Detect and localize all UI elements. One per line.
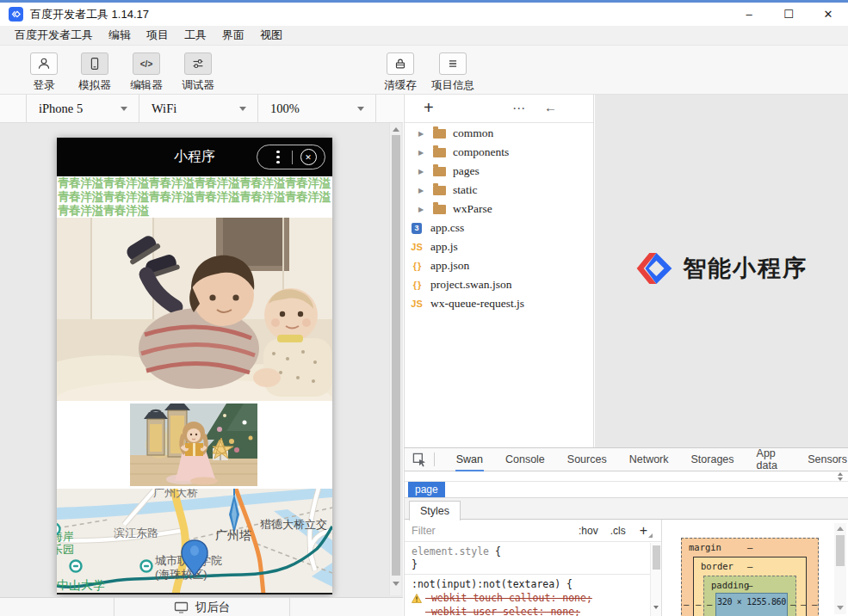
close-circle-icon[interactable]: ✕ [300, 149, 317, 165]
tree-more-button[interactable]: ⋯ [512, 101, 526, 116]
json-file-icon: { } [413, 261, 421, 271]
expand-arrow-icon[interactable]: ▶ [418, 149, 427, 157]
tabbar-divider [434, 453, 435, 466]
css-property-user-select[interactable]: -webkit-user-select: none; [425, 606, 580, 616]
add-file-button[interactable]: + [424, 98, 434, 118]
expand-arrow-icon[interactable]: ▶ [418, 168, 427, 176]
editor-label: 编辑器 [121, 78, 172, 93]
list-icon [445, 56, 461, 71]
marquee-text: 青春洋溢青春洋溢青春洋溢青春洋溢青春洋溢青春洋溢青春洋溢青春洋溢青春洋溢青春洋溢… [57, 176, 332, 218]
brace: } [412, 558, 418, 570]
minimize-button[interactable]: – [729, 3, 769, 26]
tab-sensors[interactable]: Sensors [807, 448, 848, 471]
phone-icon [87, 56, 102, 71]
tab-appdata[interactable]: App data [756, 448, 787, 471]
file-name: app.json [430, 259, 469, 273]
tab-swan[interactable]: Swan [455, 448, 484, 471]
close-button[interactable]: ✕ [808, 3, 848, 26]
styles-pane: :hov .cls + element.style { } :not(input… [405, 520, 662, 616]
rule-not-input[interactable]: :not(input):not(textarea) { -webkit-touc… [405, 575, 661, 616]
scroll-up-arrow[interactable] [837, 527, 844, 531]
scroll-down-arrow[interactable] [837, 606, 844, 610]
selector[interactable]: element.style [412, 545, 489, 557]
styles-scrollbar[interactable] [650, 543, 661, 616]
tree-file-appjson[interactable]: { } app.json [405, 256, 593, 275]
toggle-hover-state-button[interactable]: :hov [579, 525, 598, 537]
scroll-up-arrow[interactable] [393, 127, 399, 132]
tree-file-appcss[interactable]: 3 app.css [405, 219, 593, 237]
expand-arrow-icon[interactable]: ▶ [418, 130, 427, 138]
inspect-element-button[interactable] [412, 451, 427, 468]
styles-tabbar: Styles [405, 497, 848, 520]
project-info-button[interactable] [439, 52, 467, 75]
breadcrumb-page[interactable]: page [408, 482, 445, 497]
new-style-rule-button[interactable]: + [640, 523, 647, 539]
map-view[interactable]: 广州大桥 滨江东路 猎德大桥立交 广州塔 海岸 乐园 城市职业学院 (海珠校区)… [57, 489, 332, 594]
tab-sources[interactable]: Sources [566, 448, 608, 471]
capsule-menu: ✕ [257, 145, 325, 169]
folder-name: wxParse [453, 202, 492, 216]
scrollbar-thumb[interactable] [392, 135, 400, 576]
zoom-select[interactable]: 100% [258, 95, 376, 122]
tree-file-projectswanjson[interactable]: { } project.swan.json [405, 275, 593, 294]
folder-icon [433, 167, 446, 176]
debugger-button[interactable] [184, 52, 212, 75]
scroll-up-arrow[interactable] [838, 472, 843, 476]
simulator-scrollbar[interactable] [389, 123, 401, 595]
styles-filter-row: :hov .cls + [405, 520, 661, 542]
tree-folder-components[interactable]: ▶ components [405, 143, 593, 162]
tree-collapse-button[interactable]: ← [544, 100, 557, 114]
menu-app[interactable]: 百度开发者工具 [7, 28, 101, 43]
elements-tree[interactable]: …<page> == $0 [405, 471, 835, 481]
editor-button[interactable]: </> [133, 52, 160, 75]
login-button[interactable] [30, 52, 58, 75]
network-select[interactable]: WiFi [139, 95, 258, 122]
tree-folder-wxparse[interactable]: ▶ wxParse [405, 200, 593, 219]
padding-top-value: – [747, 580, 752, 590]
menu-interface[interactable]: 界面 [214, 28, 252, 43]
clear-cache-button[interactable] [387, 52, 414, 75]
menu-view[interactable]: 视图 [252, 28, 290, 43]
expand-arrow-icon[interactable]: ▶ [418, 206, 427, 213]
maximize-button[interactable]: ☐ [769, 3, 808, 26]
more-dots-icon[interactable] [276, 156, 280, 159]
menu-project[interactable]: 项目 [139, 28, 176, 43]
simulator-label: 模拟器 [69, 78, 121, 93]
elements-scrollbar[interactable] [838, 472, 843, 481]
menu-tools[interactable]: 工具 [176, 28, 214, 43]
tab-console[interactable]: Console [504, 448, 546, 471]
scroll-down-arrow[interactable] [393, 582, 399, 586]
tab-storages[interactable]: Storages [690, 448, 735, 471]
js-file-icon: JS [411, 242, 422, 252]
boxmodel-scrollbar[interactable] [834, 523, 846, 614]
menu-edit[interactable]: 编辑 [101, 28, 139, 43]
tree-folder-pages[interactable]: ▶ pages [405, 162, 593, 181]
margin-top-value: – [747, 542, 752, 552]
css-property-touch-callout[interactable]: -webkit-touch-callout: none; [425, 592, 592, 605]
tree-folder-static[interactable]: ▶ static [405, 181, 593, 200]
content-size-value: 320 × 1255.860 [717, 597, 786, 616]
scrollbar-thumb[interactable] [653, 545, 660, 570]
cache-brush-icon [393, 56, 408, 71]
device-select[interactable]: iPhone 5 [27, 95, 139, 122]
tab-network[interactable]: Network [628, 448, 670, 471]
sliders-icon [190, 56, 206, 71]
tree-folder-common[interactable]: ▶ common [405, 124, 593, 143]
simulator-tool: 模拟器 [69, 46, 121, 93]
switch-background-button[interactable]: 切后台 [115, 598, 290, 616]
selector[interactable]: :not(input):not(textarea) [412, 578, 560, 590]
file-name: app.js [430, 240, 458, 254]
white-gap [57, 401, 332, 489]
scroll-down-arrow[interactable] [653, 606, 659, 609]
scrollbar-thumb[interactable] [836, 535, 845, 566]
toggle-class-button[interactable]: .cls [610, 525, 626, 537]
rule-element-style[interactable]: element.style { } [405, 542, 661, 575]
tree-file-appjs[interactable]: JS app.js [405, 237, 593, 256]
styles-filter-input[interactable] [412, 525, 532, 537]
simulator-button[interactable] [81, 52, 108, 75]
device-bar: iPhone 5 WiFi 100% [0, 95, 403, 123]
tab-styles[interactable]: Styles [409, 501, 461, 521]
debugger-tool: 调试器 [172, 46, 224, 93]
tree-file-wxqueuerequestjs[interactable]: JS wx-queue-request.js [405, 294, 593, 313]
expand-arrow-icon[interactable]: ▶ [418, 187, 427, 194]
